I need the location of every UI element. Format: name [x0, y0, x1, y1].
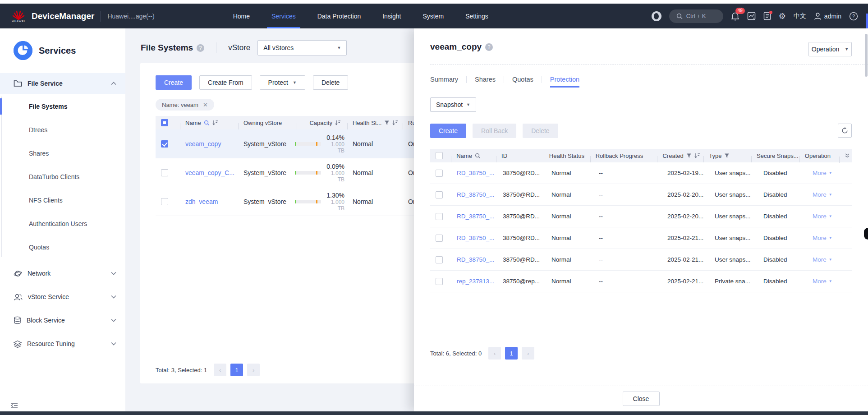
- sort-icon[interactable]: [392, 120, 398, 125]
- row-checkbox[interactable]: [436, 213, 443, 220]
- row-checkbox[interactable]: [436, 191, 443, 198]
- snapshot-delete-button[interactable]: Delete: [523, 124, 558, 138]
- filter-funnel-icon[interactable]: [724, 153, 730, 158]
- more-button[interactable]: More▼: [813, 213, 832, 220]
- create-button[interactable]: Create: [156, 75, 192, 90]
- snapshot-row[interactable]: RD_38750_... 38750@RD... Normal -- 2025-…: [430, 227, 852, 249]
- row-checkbox[interactable]: [436, 278, 443, 285]
- protect-button[interactable]: Protect▼: [260, 75, 305, 90]
- more-button[interactable]: More▼: [813, 256, 832, 263]
- sidebar-item-block-service[interactable]: Block Service: [0, 309, 125, 332]
- next-page-button[interactable]: ›: [522, 347, 534, 360]
- close-tag-icon[interactable]: ✕: [203, 101, 208, 108]
- collapse-sidebar-icon[interactable]: [11, 402, 18, 409]
- create-from-button[interactable]: Create From: [199, 75, 252, 90]
- global-search[interactable]: Ctrl + K: [669, 9, 723, 23]
- column-id: ID: [501, 152, 507, 159]
- notifications-button[interactable]: 49: [731, 12, 739, 21]
- nav-data-protection[interactable]: Data Protection: [307, 4, 372, 28]
- snapshot-row[interactable]: RD_38750_... 38750@RD... Normal -- 2025-…: [430, 162, 852, 184]
- row-checkbox[interactable]: [436, 235, 443, 242]
- file-system-link[interactable]: zdh_veeam: [185, 198, 218, 205]
- detail-help-icon[interactable]: ?: [485, 43, 493, 51]
- sidebar-item-nfs-clients[interactable]: NFS Clients: [0, 189, 125, 212]
- snapshot-link[interactable]: RD_38750_...: [457, 191, 494, 198]
- snapshot-link[interactable]: RD_38750_...: [457, 213, 494, 220]
- row-checkbox[interactable]: [436, 256, 443, 263]
- page-help-icon[interactable]: ?: [197, 44, 204, 52]
- more-button[interactable]: More▼: [813, 278, 832, 285]
- more-button[interactable]: More▼: [813, 170, 832, 176]
- more-button[interactable]: More▼: [813, 191, 832, 198]
- filter-funnel-icon[interactable]: [384, 120, 390, 125]
- tab-summary[interactable]: Summary: [430, 76, 458, 88]
- filter-funnel-icon[interactable]: [686, 153, 692, 158]
- language-switch[interactable]: 中文: [794, 12, 806, 20]
- sidebar-item-shares[interactable]: Shares: [0, 142, 125, 165]
- file-system-link[interactable]: veeam_copy_C...: [185, 169, 234, 176]
- sidebar-item-file-service[interactable]: File Service: [0, 73, 125, 94]
- snapshot-link[interactable]: RD_38750_...: [457, 256, 494, 263]
- nav-services[interactable]: Services: [261, 4, 307, 28]
- page-1-button[interactable]: 1: [505, 347, 518, 360]
- performance-button[interactable]: [747, 12, 756, 20]
- next-page-button[interactable]: ›: [247, 364, 260, 376]
- refresh-button[interactable]: [838, 124, 852, 138]
- select-all-checkbox[interactable]: [436, 152, 443, 159]
- snapshot-row[interactable]: RD_38750_... 38750@RD... Normal -- 2025-…: [430, 206, 852, 227]
- select-all-checkbox[interactable]: [161, 119, 168, 126]
- sidebar-item-dataturbo-clients[interactable]: DataTurbo Clients: [0, 165, 125, 189]
- sidebar-item-quotas[interactable]: Quotas: [0, 235, 125, 259]
- prev-page-button[interactable]: ‹: [488, 347, 501, 360]
- row-checkbox[interactable]: [161, 198, 168, 205]
- row-checkbox[interactable]: [161, 169, 168, 176]
- logs-button[interactable]: [763, 12, 771, 20]
- nav-insight[interactable]: Insight: [372, 4, 412, 28]
- network-icon: [14, 270, 22, 277]
- row-checkbox[interactable]: [161, 140, 168, 148]
- help-button[interactable]: ?: [849, 12, 858, 21]
- file-system-link[interactable]: veeam_copy: [185, 140, 221, 148]
- sort-icon[interactable]: [212, 120, 218, 125]
- tab-quotas[interactable]: Quotas: [512, 76, 533, 88]
- snapshot-create-button[interactable]: Create: [430, 124, 466, 138]
- operation-button[interactable]: Operation▼: [808, 42, 852, 56]
- prev-page-button[interactable]: ‹: [214, 364, 226, 376]
- nav-home[interactable]: Home: [222, 4, 261, 28]
- theme-toggle-icon[interactable]: [652, 11, 661, 21]
- tab-protection[interactable]: Protection: [550, 76, 579, 88]
- tab-shares[interactable]: Shares: [475, 76, 496, 88]
- close-button[interactable]: Close: [623, 392, 660, 406]
- delete-button[interactable]: Delete: [313, 75, 348, 90]
- nav-settings[interactable]: Settings: [455, 4, 499, 28]
- snapshot-link[interactable]: RD_38750_...: [457, 235, 494, 241]
- snapshot-link[interactable]: rep_237813...: [457, 278, 494, 285]
- scrollbar-thumb[interactable]: [865, 34, 868, 77]
- sidebar-item-network[interactable]: Network: [0, 262, 125, 285]
- sidebar-item-resource-tuning[interactable]: Resource Tuning: [0, 332, 125, 355]
- row-checkbox[interactable]: [436, 170, 443, 177]
- search-icon[interactable]: [204, 120, 210, 126]
- snapshot-row[interactable]: RD_38750_... 38750@RD... Normal -- 2025-…: [430, 184, 852, 206]
- nav-system[interactable]: System: [412, 4, 455, 28]
- sidebar-item-authentication-users[interactable]: Authentication Users: [0, 212, 125, 235]
- more-button[interactable]: More▼: [813, 235, 832, 241]
- snapshot-row[interactable]: RD_38750_... 38750@RD... Normal -- 2025-…: [430, 249, 852, 271]
- settings-button[interactable]: ⚙: [779, 12, 786, 20]
- sidebar-item-dtrees[interactable]: Dtrees: [0, 118, 125, 142]
- chevron-down-icon: ▼: [829, 279, 832, 283]
- panel-edge-handle[interactable]: [864, 228, 868, 240]
- roll-back-button[interactable]: Roll Back: [473, 124, 516, 138]
- sidebar-item-vstore-service[interactable]: vStore Service: [0, 285, 125, 309]
- page-1-button[interactable]: 1: [230, 364, 243, 376]
- sort-icon[interactable]: [335, 120, 341, 125]
- more-columns-icon[interactable]: [845, 153, 850, 158]
- search-icon[interactable]: [475, 153, 481, 159]
- vstore-select[interactable]: All vStores ▼: [257, 40, 347, 55]
- protection-object-select[interactable]: Snapshot ▼: [430, 97, 476, 112]
- snapshot-link[interactable]: RD_38750_...: [457, 170, 494, 176]
- snapshot-row[interactable]: rep_237813... 38750@rep... Normal -- 202…: [430, 271, 852, 292]
- sidebar-item-file-systems[interactable]: File Systems: [0, 95, 125, 118]
- sort-icon[interactable]: [694, 153, 700, 158]
- user-menu[interactable]: admin: [814, 12, 841, 20]
